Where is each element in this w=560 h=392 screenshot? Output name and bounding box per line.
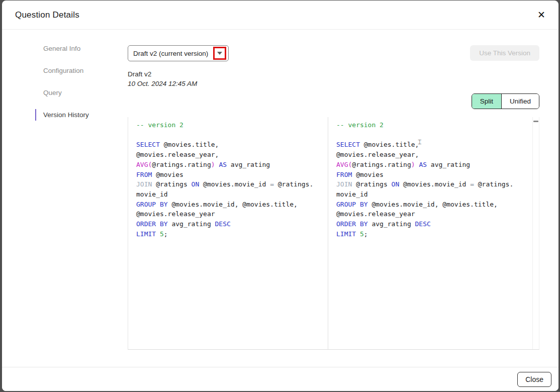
code-line: -- version 2: [136, 120, 326, 130]
sidebar-nav: General InfoConfigurationQueryVersion Hi…: [2, 30, 127, 367]
code-line: @movies.release_year: [136, 209, 326, 219]
code-line: movie_id: [336, 189, 530, 200]
dialog-footer: Close: [2, 367, 558, 391]
dialog-body: General InfoConfigurationQueryVersion Hi…: [2, 30, 558, 367]
chevron-down-icon[interactable]: [217, 52, 222, 55]
toggle-unified[interactable]: Unified: [501, 94, 539, 109]
code-line: LIMIT 5;: [336, 229, 530, 239]
code-line: @movies.release_year: [336, 209, 530, 219]
code-line: AVG(@ratings.rating) AS avg_rating: [136, 160, 326, 170]
code-line: JOIN @ratings ON @movies.movie_id = @rat…: [136, 179, 326, 189]
sidebar-item-configuration[interactable]: Configuration: [35, 65, 127, 76]
view-toggle: SplitUnified: [472, 93, 539, 109]
code-line: @movies.release_year,: [336, 150, 530, 160]
annotation-red-box: [213, 47, 226, 60]
sidebar-item-version-history[interactable]: Version History: [35, 109, 127, 121]
close-button[interactable]: Close: [517, 372, 551, 387]
version-selector-row: Draft v2 (current version) Use This Vers…: [128, 45, 539, 61]
question-details-dialog: Question Details ✕ General InfoConfigura…: [2, 1, 558, 391]
code-line: GROUP BY @movies.movie_id, @movies.title…: [336, 200, 530, 210]
scrollbar-thumb[interactable]: [533, 121, 538, 122]
view-toggle-row: SplitUnified: [128, 93, 539, 109]
left-code: -- version 2 SELECT @movies.title,@movie…: [128, 117, 328, 239]
version-dropdown[interactable]: Draft v2 (current version): [128, 45, 229, 61]
code-line: movie_id: [136, 189, 326, 200]
diff-right-pane[interactable]: -- version 2 SELECT @movies.title,@movie…: [328, 117, 539, 349]
code-line: ORDER BY avg_rating DESC: [136, 219, 326, 229]
toggle-split[interactable]: Split: [472, 94, 501, 109]
sidebar-item-query[interactable]: Query: [35, 87, 127, 99]
code-line: -- version 2: [336, 120, 530, 130]
diff-view: -- version 2 SELECT @movies.title,@movie…: [128, 117, 539, 350]
code-line: [136, 130, 326, 140]
version-name: Draft v2: [128, 70, 539, 78]
code-line: AVG(@ratings.rating) AS avg_rating: [336, 160, 530, 170]
code-line: SELECT @movies.title,: [336, 140, 530, 150]
code-line: FROM @movies: [136, 170, 326, 180]
right-code: -- version 2 SELECT @movies.title,@movie…: [328, 117, 532, 349]
main-content: Draft v2 (current version) Use This Vers…: [127, 30, 558, 367]
dialog-title: Question Details: [15, 10, 79, 20]
code-line: FROM @movies: [336, 170, 530, 180]
diff-left-pane[interactable]: -- version 2 SELECT @movies.title,@movie…: [128, 117, 328, 349]
version-info: Draft v2 10 Oct. 2024 12:45 AM: [128, 70, 539, 87]
code-line: @movies.release_year,: [136, 150, 326, 160]
code-line: [336, 130, 530, 140]
close-icon[interactable]: ✕: [537, 10, 545, 20]
code-line: JOIN @ratings ON @movies.movie_id = @rat…: [336, 179, 530, 189]
dialog-header: Question Details ✕: [2, 1, 558, 30]
version-timestamp: 10 Oct. 2024 12:45 AM: [128, 80, 539, 87]
sidebar-item-general-info[interactable]: General Info: [35, 43, 127, 54]
code-line: LIMIT 5;: [136, 229, 326, 239]
scrollbar-track[interactable]: [532, 117, 539, 349]
code-line: SELECT @movies.title,: [136, 140, 326, 150]
use-this-version-button[interactable]: Use This Version: [470, 45, 539, 61]
code-line: ORDER BY avg_rating DESC: [336, 219, 530, 229]
code-line: GROUP BY @movies.movie_id, @movies.title…: [136, 200, 326, 210]
version-dropdown-value: Draft v2 (current version): [133, 50, 208, 57]
